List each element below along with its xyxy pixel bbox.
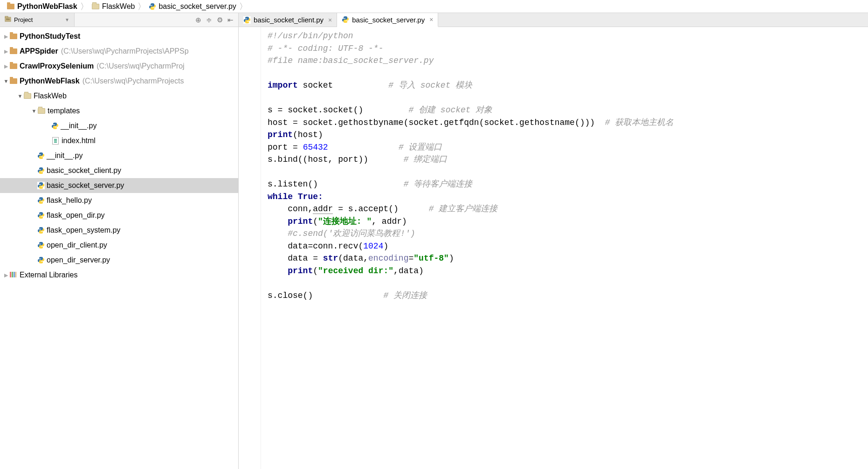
chevron-down-icon[interactable]: ▼: [3, 78, 9, 84]
tab-label: basic_socket_client.py: [254, 16, 324, 24]
chevron-right-icon[interactable]: ▶: [3, 63, 9, 69]
tree-item[interactable]: ▼FlaskWeb: [0, 89, 238, 103]
tree-item-path: (C:\Users\wq\PycharmProjects\APPSp: [61, 47, 189, 55]
tree-item-label: flask_hello.py: [47, 196, 92, 205]
tree-item-path: (C:\Users\wq\PycharmProj: [96, 62, 184, 70]
breadcrumb-item[interactable]: basic_socket_server.py: [147, 2, 238, 11]
chevron-right-icon[interactable]: ▶: [3, 48, 9, 55]
chevron-right-icon[interactable]: ▶: [3, 34, 9, 40]
chevron-right-icon: 〉: [80, 1, 89, 12]
sidebar-header: Project ▼ ⊕ ≑ ⚙ ⇤: [0, 13, 238, 27]
main-layout: Project ▼ ⊕ ≑ ⚙ ⇤ ▶PythonStudyTest▶APPSp…: [0, 13, 868, 469]
tree-item[interactable]: flask_open_dir.py: [0, 208, 238, 223]
python-file-icon: [37, 212, 45, 219]
breadcrumb-item[interactable]: FlaskWeb: [90, 2, 137, 11]
dropdown-arrow-icon: ▼: [65, 17, 69, 22]
chevron-down-icon[interactable]: ▼: [17, 93, 23, 99]
chevron-down-icon[interactable]: ▼: [31, 108, 37, 114]
editor-area: basic_socket_client.py×basic_socket_serv…: [239, 13, 868, 469]
project-sidebar: Project ▼ ⊕ ≑ ⚙ ⇤ ▶PythonStudyTest▶APPSp…: [0, 13, 239, 469]
tree-item-label: basic_socket_client.py: [47, 166, 121, 175]
tree-item[interactable]: ▶PythonStudyTest: [0, 29, 238, 44]
tree-item[interactable]: ▼templates: [0, 103, 238, 118]
tree-item-label: APPSpider: [20, 47, 58, 55]
tree-item-label: PythonStudyTest: [20, 32, 80, 41]
folder-icon: [9, 62, 18, 70]
hide-icon[interactable]: ⇤: [227, 16, 234, 24]
tree-item[interactable]: flask_open_system.py: [0, 223, 238, 238]
python-file-icon: [51, 122, 59, 130]
python-file-icon: [243, 16, 251, 24]
tree-item[interactable]: basic_socket_server.py: [0, 178, 238, 193]
sidebar-toolbar: ⊕ ≑ ⚙ ⇤: [191, 16, 238, 24]
chevron-right-icon: 〉: [239, 1, 248, 12]
tree-item-label: PythonWebFlask: [20, 77, 80, 85]
tree-item[interactable]: ▶CrawlProxySelenium(C:\Users\wq\PycharmP…: [0, 59, 238, 74]
python-file-icon: [37, 241, 45, 249]
python-file-icon: [149, 3, 156, 10]
tree-item[interactable]: ▼PythonWebFlask(C:\Users\wq\PycharmProje…: [0, 74, 238, 89]
folder-icon: [23, 92, 32, 100]
folder-icon: [9, 32, 18, 41]
tab-label: basic_socket_server.py: [352, 16, 425, 24]
tree-item-label: flask_open_system.py: [47, 226, 120, 234]
python-file-icon: [37, 256, 45, 264]
breadcrumb-bar: PythonWebFlask〉FlaskWeb〉basic_socket_ser…: [0, 0, 868, 13]
gear-icon[interactable]: ⚙: [217, 16, 223, 24]
folder-icon: [9, 77, 18, 85]
editor-tab[interactable]: basic_socket_client.py×: [239, 13, 337, 27]
library-icon: [9, 271, 18, 279]
tree-item[interactable]: __init__.py: [0, 118, 238, 133]
python-file-icon: [37, 152, 45, 159]
target-icon[interactable]: ⊕: [195, 16, 201, 24]
breadcrumb-label: basic_socket_server.py: [158, 2, 236, 11]
python-file-icon: [37, 197, 45, 204]
editor-wrap: #!/usr/bin/python # -*- coding: UTF-8 -*…: [239, 27, 868, 469]
chevron-right-icon: 〉: [138, 1, 146, 12]
tree-item[interactable]: __init__.py: [0, 148, 238, 163]
tree-item[interactable]: open_dir_client.py: [0, 238, 238, 253]
folder-icon: [9, 47, 18, 55]
tree-item-label: CrawlProxySelenium: [20, 62, 94, 70]
tree-item-label: templates: [48, 107, 80, 115]
html-file-icon: [51, 137, 60, 145]
python-file-icon: [37, 182, 45, 189]
tree-item-label: basic_socket_server.py: [47, 181, 124, 190]
editor-tabs: basic_socket_client.py×basic_socket_serv…: [239, 13, 868, 27]
code-editor[interactable]: #!/usr/bin/python # -*- coding: UTF-8 -*…: [261, 27, 868, 469]
tree-item[interactable]: flask_hello.py: [0, 193, 238, 208]
tree-item[interactable]: ▶APPSpider(C:\Users\wq\PycharmProjects\A…: [0, 44, 238, 59]
collapse-icon[interactable]: ≑: [206, 16, 212, 24]
project-icon: [5, 16, 11, 24]
python-file-icon: [342, 16, 349, 23]
tree-item-path: (C:\Users\wq\PycharmProjects: [83, 77, 184, 85]
tree-item-label: __init__.py: [47, 152, 83, 160]
tree-item-label: FlaskWeb: [34, 92, 67, 100]
breadcrumb-item[interactable]: PythonWebFlask: [5, 2, 79, 11]
close-icon[interactable]: ×: [429, 16, 433, 23]
tree-item[interactable]: ▶External Libraries: [0, 268, 238, 283]
tree-item-label: open_dir_client.py: [47, 241, 107, 249]
folder-icon: [37, 107, 46, 115]
folder-icon: [91, 2, 100, 11]
tree-item[interactable]: open_dir_server.py: [0, 253, 238, 268]
python-file-icon: [37, 167, 45, 174]
tree-item-label: __init__.py: [61, 122, 96, 130]
breadcrumb-label: PythonWebFlask: [17, 2, 77, 11]
tree-item[interactable]: basic_socket_client.py: [0, 163, 238, 178]
project-tree[interactable]: ▶PythonStudyTest▶APPSpider(C:\Users\wq\P…: [0, 27, 238, 469]
project-label: Project: [14, 16, 33, 23]
tree-item-label: open_dir_server.py: [47, 256, 110, 264]
chevron-right-icon[interactable]: ▶: [3, 272, 9, 278]
python-file-icon: [37, 227, 45, 234]
editor-tab[interactable]: basic_socket_server.py×: [337, 13, 438, 27]
tree-item[interactable]: index.html: [0, 133, 238, 148]
tree-item-label: index.html: [62, 137, 96, 145]
tree-item-label: External Libraries: [20, 271, 78, 279]
tree-item-label: flask_open_dir.py: [47, 211, 105, 220]
folder-icon: [7, 2, 15, 11]
project-view-dropdown[interactable]: Project ▼: [0, 13, 75, 27]
editor-gutter: [239, 27, 261, 469]
breadcrumb-label: FlaskWeb: [102, 2, 135, 11]
close-icon[interactable]: ×: [328, 16, 332, 24]
